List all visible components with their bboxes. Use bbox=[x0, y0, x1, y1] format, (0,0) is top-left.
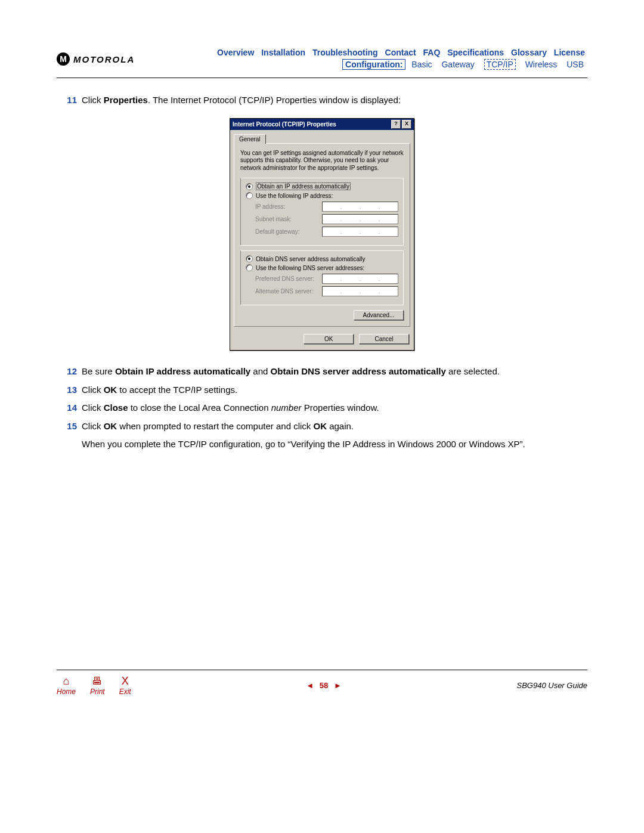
brand-logo: M MOTOROLA bbox=[57, 48, 135, 66]
nav-glossary[interactable]: Glossary bbox=[511, 48, 547, 57]
ok-button[interactable]: OK bbox=[304, 334, 354, 344]
footer-exit-label: Exit bbox=[119, 688, 131, 696]
page-number: 58 bbox=[320, 681, 328, 690]
subnav-usb[interactable]: USB bbox=[566, 60, 584, 69]
input-subnet-mask[interactable]: ... bbox=[322, 214, 398, 224]
step-number: 12 bbox=[57, 365, 82, 379]
step-text: Be sure bbox=[82, 366, 115, 376]
step-12: 12 Be sure Obtain IP address automatical… bbox=[57, 365, 587, 379]
step-bold: Obtain IP address automatically bbox=[115, 366, 250, 376]
footer-home[interactable]: ⌂ Home bbox=[57, 675, 76, 696]
footer-print-label: Print bbox=[90, 688, 105, 696]
tcpip-properties-dialog: Internet Protocol (TCP/IP) Properties ? … bbox=[230, 118, 414, 351]
dialog-description: You can get IP settings assigned automat… bbox=[240, 150, 404, 172]
step-text: and bbox=[250, 366, 270, 376]
nav-installation[interactable]: Installation bbox=[261, 48, 305, 57]
next-page-arrow[interactable]: ► bbox=[334, 681, 342, 690]
step-text: to accept the TCP/IP settings. bbox=[117, 385, 237, 395]
radio-obtain-dns[interactable] bbox=[246, 255, 253, 262]
step-bold: OK bbox=[104, 421, 117, 431]
cancel-button[interactable]: Cancel bbox=[359, 334, 409, 344]
dialog-close-button[interactable]: X bbox=[402, 120, 411, 129]
step-bold: OK bbox=[314, 421, 327, 431]
dialog-title-text: Internet Protocol (TCP/IP) Properties bbox=[233, 121, 390, 128]
radio-obtain-ip-label: Obtain an IP address automatically bbox=[256, 182, 351, 190]
nav-contact[interactable]: Contact bbox=[385, 48, 416, 57]
step-bold: Close bbox=[104, 402, 128, 413]
label-preferred-dns: Preferred DNS server: bbox=[255, 275, 322, 282]
step-bold: Properties bbox=[104, 95, 148, 105]
ip-group: Obtain an IP address automatically Use t… bbox=[240, 178, 404, 246]
step-text: when prompted to restart the computer an… bbox=[117, 421, 313, 431]
home-icon: ⌂ bbox=[57, 675, 76, 688]
step-number: 14 bbox=[57, 401, 82, 415]
radio-use-ip[interactable] bbox=[246, 192, 253, 199]
nav-overview[interactable]: Overview bbox=[217, 48, 254, 57]
tab-general[interactable]: General bbox=[234, 134, 266, 144]
step-text: Click bbox=[82, 95, 104, 105]
dialog-help-button[interactable]: ? bbox=[391, 120, 401, 129]
step-bold: Obtain DNS server address automatically bbox=[271, 366, 446, 376]
closing-text: When you complete the TCP/IP configurati… bbox=[82, 438, 587, 451]
subnav-basic[interactable]: Basic bbox=[411, 60, 432, 69]
header-divider bbox=[57, 78, 587, 78]
page-footer: ⌂ Home 🖶 Print X Exit ◄ 58 ► SBG940 User… bbox=[57, 665, 587, 696]
page-navigator: ◄ 58 ► bbox=[131, 681, 517, 690]
guide-title: SBG940 User Guide bbox=[516, 681, 587, 690]
step-14: 14 Click Close to close the Local Area C… bbox=[57, 401, 587, 415]
closing-a: When you complete the TCP/IP configurati… bbox=[82, 439, 287, 449]
step-text: Click bbox=[82, 402, 104, 413]
input-preferred-dns[interactable]: ... bbox=[322, 274, 398, 284]
nav-troubleshooting[interactable]: Troubleshooting bbox=[312, 48, 378, 57]
label-subnet-mask: Subnet mask: bbox=[255, 216, 322, 222]
step-15: 15 Click OK when prompted to restart the… bbox=[57, 420, 587, 433]
dns-group: Obtain DNS server address automatically … bbox=[240, 250, 404, 305]
input-ip-address[interactable]: ... bbox=[322, 202, 398, 212]
subnav-wireless[interactable]: Wireless bbox=[525, 60, 558, 69]
label-default-gateway: Default gateway: bbox=[255, 228, 322, 235]
radio-use-ip-label: Use the following IP address: bbox=[256, 193, 333, 199]
brand-text: MOTOROLA bbox=[73, 54, 135, 64]
input-default-gateway[interactable]: ... bbox=[322, 227, 398, 237]
subnav-gateway[interactable]: Gateway bbox=[441, 60, 474, 69]
prev-page-arrow[interactable]: ◄ bbox=[306, 681, 314, 690]
radio-use-dns-label: Use the following DNS server addresses: bbox=[256, 265, 364, 271]
subnav-tcpip[interactable]: TCP/IP bbox=[484, 59, 516, 70]
label-alternate-dns: Alternate DNS server: bbox=[255, 288, 322, 295]
label-ip-address: IP address: bbox=[255, 203, 322, 210]
step-text: again. bbox=[327, 421, 354, 431]
step-italic: number bbox=[271, 402, 302, 413]
exit-icon: X bbox=[119, 675, 131, 688]
motorola-icon: M bbox=[57, 52, 70, 66]
step-text: to close the Local Area Connection bbox=[128, 402, 271, 413]
radio-obtain-ip[interactable] bbox=[246, 183, 253, 190]
footer-divider bbox=[57, 670, 587, 670]
step-number: 11 bbox=[57, 94, 82, 107]
step-text: Click bbox=[82, 421, 104, 431]
print-icon: 🖶 bbox=[90, 675, 105, 688]
nav-faq[interactable]: FAQ bbox=[423, 48, 441, 57]
step-number: 15 bbox=[57, 420, 82, 433]
input-alternate-dns[interactable]: ... bbox=[322, 286, 398, 296]
closing-link[interactable]: “Verifying the IP Address in Windows 200… bbox=[287, 439, 522, 449]
footer-home-label: Home bbox=[57, 688, 76, 696]
step-text: Click bbox=[82, 385, 104, 395]
nav-specifications[interactable]: Specifications bbox=[447, 48, 504, 57]
step-text: Properties window. bbox=[302, 402, 379, 413]
step-text: . The Internet Protocol (TCP/IP) Propert… bbox=[148, 95, 401, 105]
footer-exit[interactable]: X Exit bbox=[119, 675, 131, 696]
nav-configuration-label: Configuration: bbox=[342, 59, 405, 70]
step-number: 13 bbox=[57, 383, 82, 397]
nav-sub: Configuration: Basic Gateway TCP/IP Wire… bbox=[135, 60, 587, 69]
step-13: 13 Click OK to accept the TCP/IP setting… bbox=[57, 383, 587, 397]
step-bold: OK bbox=[104, 385, 117, 395]
step-text: are selected. bbox=[446, 366, 500, 376]
nav-license[interactable]: License bbox=[554, 48, 585, 57]
radio-obtain-dns-label: Obtain DNS server address automatically bbox=[256, 256, 365, 262]
radio-use-dns[interactable] bbox=[246, 264, 253, 271]
nav-top: Overview Installation Troubleshooting Co… bbox=[135, 48, 587, 57]
advanced-button[interactable]: Advanced... bbox=[354, 310, 404, 320]
footer-print[interactable]: 🖶 Print bbox=[90, 675, 105, 696]
closing-b: . bbox=[523, 439, 525, 449]
dialog-titlebar: Internet Protocol (TCP/IP) Properties ? … bbox=[230, 119, 414, 130]
